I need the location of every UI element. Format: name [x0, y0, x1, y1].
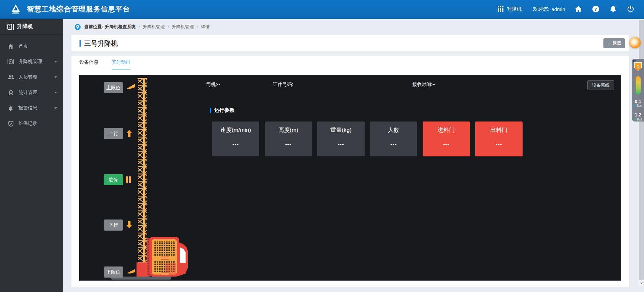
param-value: --- — [423, 141, 470, 147]
main-card: 设备信息 实时动画 — [71, 56, 629, 287]
bell-icon[interactable] — [609, 5, 618, 13]
download-dot-icon — [634, 105, 636, 107]
help-icon[interactable]: ? — [591, 5, 600, 13]
platform-title: 智慧工地综合管理服务信息平台 — [27, 4, 130, 14]
alarm-bell-icon — [7, 105, 14, 111]
param-value: --- — [212, 141, 259, 147]
chevron-down-icon — [54, 107, 57, 109]
param-value: --- — [265, 141, 312, 147]
driver-info: 司机:-- — [206, 82, 220, 88]
breadcrumb-separator: / — [168, 25, 169, 30]
breadcrumb-item[interactable]: 详情 — [201, 24, 210, 30]
state-going-up: 上行 — [104, 128, 123, 139]
sidebar-item-hoist-mgmt[interactable]: 升降机管理 — [0, 54, 63, 69]
chevron-down-icon — [54, 61, 57, 63]
param-label: 人数 — [370, 126, 417, 134]
flag-icon — [126, 267, 135, 274]
sidebar-item-statistics[interactable]: 统计管理 — [0, 85, 63, 100]
running-params-header: 运行参数 — [207, 107, 234, 113]
sidebar-item-label: 人员管理 — [18, 74, 37, 80]
param-card-people: 人数 --- — [370, 121, 417, 156]
state-lower-limit: 下限位 — [104, 266, 123, 278]
location-pin-icon — [74, 24, 81, 30]
param-card-outlet-door: 出料门 --- — [475, 121, 523, 156]
app-root: 智慧工地综合管理服务信息平台 升降机 欢迎您: admin ? — [0, 0, 644, 292]
hoist-base — [137, 262, 147, 278]
param-card-speed: 速度(m/min) --- — [212, 121, 259, 156]
chevron-down-icon — [54, 92, 57, 94]
upload-speed-unit: K/s — [637, 117, 642, 121]
pause-icon — [126, 176, 131, 183]
top-header: 智慧工地综合管理服务信息平台 升降机 欢迎您: admin ? — [0, 0, 644, 19]
hoist-icon — [5, 23, 14, 30]
shield-badge-count: 1 — [634, 62, 642, 71]
param-value: --- — [370, 141, 417, 147]
sidebar-title: 升降机 — [17, 23, 33, 30]
grid-menu-icon — [498, 6, 504, 12]
section-title: 运行参数 — [214, 107, 234, 113]
receive-time-info: 接收时间:-- — [412, 82, 435, 88]
power-icon[interactable] — [626, 5, 635, 13]
sidebar-item-maintenance[interactable]: 维保记录 — [0, 116, 63, 131]
device-status-button[interactable]: 设备离线 — [587, 80, 614, 90]
sidebar-item-personnel[interactable]: 人员管理 — [0, 69, 63, 85]
param-label: 速度(m/min) — [212, 126, 259, 134]
welcome-label: 欢迎您: — [533, 6, 549, 12]
assistant-flower-icon[interactable] — [629, 37, 641, 48]
svg-text:?: ? — [594, 7, 597, 12]
param-value: --- — [475, 141, 523, 147]
sidebar-item-label: 维保记录 — [18, 120, 37, 127]
breadcrumb-item[interactable]: 升降机管理 — [172, 24, 194, 30]
param-card-inlet-door: 进料门 --- — [423, 121, 470, 156]
sidebar-item-label: 升降机管理 — [18, 59, 42, 65]
upload-speed-value: 1.2 — [634, 113, 642, 117]
section-accent-bar — [210, 108, 211, 113]
breadcrumb-separator: / — [139, 25, 140, 30]
home-icon — [7, 44, 14, 49]
security-shield-icon: 1 — [634, 62, 642, 71]
back-arrow-icon: ← — [607, 41, 611, 46]
sidebar-item-home[interactable]: 首页 — [0, 39, 63, 54]
sidebar-item-label: 首页 — [18, 43, 28, 49]
hoist-icon — [7, 59, 14, 64]
mast-tower — [138, 79, 147, 277]
state-going-down: 下行 — [104, 220, 123, 231]
param-label: 出料门 — [475, 126, 523, 134]
network-speed-widget[interactable]: 1 0.1 K/s 1.2 K/s — [632, 59, 644, 121]
home-icon[interactable] — [574, 5, 583, 13]
param-value: --- — [317, 141, 365, 147]
sidebar: 升降机 首页 升降机管理 — [0, 19, 63, 292]
back-button[interactable]: ← 返回 — [603, 38, 625, 48]
chevron-down-icon — [54, 77, 57, 78]
back-button-label: 返回 — [613, 40, 622, 46]
sidebar-item-alarms[interactable]: 报警信息 — [0, 100, 63, 116]
download-speed-value: 0.1 — [634, 99, 642, 104]
tab-live-animation[interactable]: 实时动画 — [112, 56, 130, 69]
param-card-weight: 重量(kg) --- — [317, 121, 365, 156]
param-label: 重量(kg) — [317, 126, 365, 134]
tab-device-info[interactable]: 设备信息 — [79, 56, 98, 69]
monitor-panel: 上限位 上行 驻停 下行 下限位 司机:-- 证件号码: 接收 — [79, 75, 621, 281]
flag-icon — [126, 83, 135, 90]
sidebar-item-label: 统计管理 — [18, 90, 37, 96]
state-upper-limit: 上限位 — [104, 82, 123, 93]
state-parked: 驻停 — [104, 174, 123, 185]
cage-mesh-upper — [154, 241, 175, 256]
param-cards: 速度(m/min) --- 高度(m) --- 重量(kg) --- 人数 --… — [212, 121, 523, 156]
page-title: 三号升降机 — [84, 39, 118, 48]
scrollbar-down-button[interactable] — [638, 281, 644, 286]
title-accent-bar — [79, 40, 81, 47]
breadcrumb-item[interactable]: 升降机管理 — [143, 24, 165, 30]
sidebar-header: 升降机 — [0, 19, 63, 35]
param-card-height: 高度(m) --- — [265, 121, 312, 156]
download-speed-unit: K/s — [637, 104, 642, 108]
upload-speed: 1.2 K/s — [634, 113, 642, 121]
medal-icon — [7, 90, 14, 96]
people-icon — [7, 75, 14, 80]
breadcrumb-root[interactable]: 升降机检查系统 — [105, 24, 136, 30]
sidebar-item-label: 报警信息 — [18, 105, 37, 111]
app-switcher[interactable]: 升降机 — [498, 6, 522, 12]
breadcrumb-separator: / — [197, 25, 198, 30]
arrow-down-icon — [126, 221, 132, 228]
upload-dot-icon — [634, 118, 636, 120]
